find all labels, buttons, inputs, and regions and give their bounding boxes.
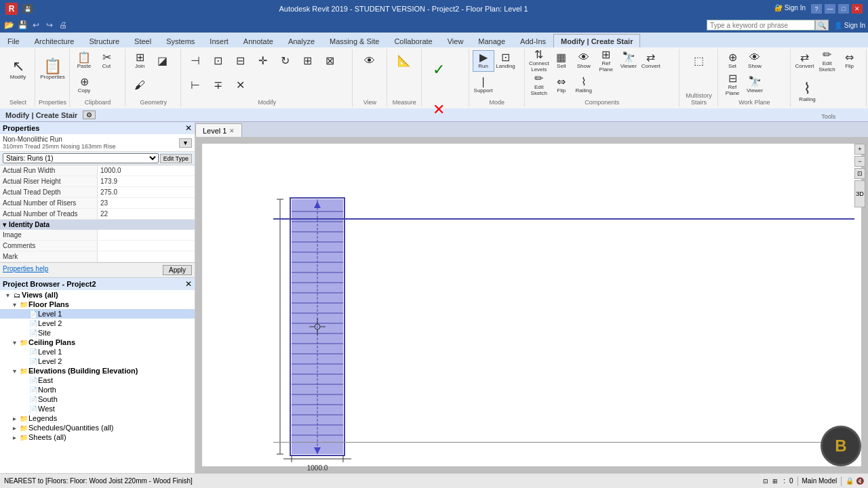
edit-sketch-btn[interactable]: ✏ Edit Sketch [528, 75, 550, 96]
ref-plane-btn[interactable]: ⊞ Ref Plane [595, 50, 617, 72]
tree-schedules[interactable]: ▸ 📁 Schedules/Quantities (all) [0, 423, 195, 432]
tab-structure[interactable]: Structure [81, 34, 127, 47]
landing-btn[interactable]: ⊡ Landing [495, 50, 517, 72]
cut-btn[interactable]: ✂Cut [96, 50, 117, 72]
flip-btn[interactable]: ⇔ Flip [551, 75, 572, 96]
support-btn[interactable]: | Support [473, 75, 494, 96]
zoom-out-btn[interactable]: − [854, 156, 865, 167]
show-btn[interactable]: 👁 Show [573, 50, 595, 72]
tab-close-icon[interactable]: ✕ [229, 127, 235, 134]
tree-sheets[interactable]: ▸ 📁 Sheets (all) [0, 432, 195, 442]
tree-level2[interactable]: 📄 Level 2 [0, 319, 195, 328]
tree-ceiling-plans[interactable]: ▾ 📁 Ceiling Plans [0, 338, 195, 347]
tab-addins[interactable]: Add-Ins [513, 34, 553, 47]
zoom-3d-btn[interactable]: 3D [854, 180, 865, 207]
edit-sketch-tools-btn[interactable]: ✏Edit Sketch [816, 50, 838, 72]
maximize-btn[interactable]: □ [838, 4, 849, 14]
connect-levels-btn[interactable]: ⇅ Connect Levels [528, 50, 550, 72]
prop-val-tread-depth[interactable]: 275.0 [98, 187, 195, 197]
move-btn[interactable]: ✛ [252, 50, 273, 72]
array-btn[interactable]: ⊞ [296, 50, 318, 72]
run-btn[interactable]: ▶ Run [473, 50, 494, 72]
tab-systems[interactable]: Systems [159, 34, 202, 47]
viewer-wp-btn[interactable]: 🔭Viewer [744, 75, 766, 96]
tree-ceiling-level2[interactable]: 📄 Level 2 [0, 357, 195, 366]
viewer-btn[interactable]: 🔭 Viewer [618, 50, 639, 72]
undo-btn[interactable]: ↩ [30, 19, 42, 31]
tree-floor-plans[interactable]: ▾ 📁 Floor Plans [0, 300, 195, 309]
prop-val-num-risers[interactable]: 23 [98, 198, 195, 208]
copy-btn[interactable]: ⊕Copy [73, 75, 95, 96]
paste-btn[interactable]: 📋Paste [73, 50, 95, 72]
status-icon-2[interactable]: ⊞ [771, 478, 779, 485]
search-btn[interactable]: 🔍 [815, 20, 829, 30]
project-browser-close-btn[interactable]: ✕ [185, 279, 192, 289]
properties-close-btn[interactable]: ✕ [185, 123, 192, 133]
tree-west[interactable]: 📄 West [0, 404, 195, 413]
offset-btn[interactable]: ⊡ [207, 50, 229, 72]
redo-btn[interactable]: ↪ [43, 19, 56, 31]
open-btn[interactable]: 📂 [3, 19, 15, 31]
properties-help-link[interactable]: Properties help [3, 265, 48, 275]
zoom-fit-btn[interactable]: ⊡ [854, 168, 865, 179]
tree-east[interactable]: 📄 East [0, 375, 195, 385]
minimize-btn[interactable]: — [825, 4, 835, 14]
tab-massing[interactable]: Massing & Site [322, 34, 387, 47]
prop-val-run-width[interactable]: 1000.0 [98, 165, 195, 176]
tab-annotate[interactable]: Annotate [236, 34, 281, 47]
join-btn[interactable]: ⊞Join [129, 50, 151, 72]
trim-btn[interactable]: ⊢ [184, 75, 206, 96]
tab-insert[interactable]: Insert [202, 34, 236, 47]
prop-val-riser-height[interactable]: 173.9 [98, 176, 195, 186]
print-btn[interactable]: 🖨 [57, 19, 69, 31]
properties-btn[interactable]: 📋 Properties [39, 50, 66, 89]
measure-btn[interactable]: 📐 [393, 50, 415, 72]
railing-btn[interactable]: ⌇ Railing [573, 75, 595, 96]
show-wp-btn[interactable]: 👁Show [744, 50, 766, 72]
tab-collaborate[interactable]: Collaborate [387, 34, 439, 47]
expand-sheets[interactable]: ▸ [9, 434, 19, 441]
prop-dropdown-btn[interactable]: ▼ [179, 138, 192, 148]
prop-val-mark[interactable] [98, 251, 195, 262]
cut-geo-btn[interactable]: ◪ [151, 50, 173, 72]
edit-type-btn[interactable]: Edit Type [160, 154, 192, 163]
stair-container[interactable]: 1000.0 13090 [277, 191, 412, 473]
prop-val-image[interactable] [98, 230, 195, 240]
tree-legends[interactable]: ▸ 📁 Legends [0, 413, 195, 423]
stairs-selector-dropdown[interactable]: Stairs: Runs (1) [3, 153, 159, 163]
flip-tools-btn[interactable]: ⇔Flip [839, 50, 861, 72]
tree-site[interactable]: 📄 Site [0, 328, 195, 338]
tab-manage[interactable]: Manage [471, 34, 513, 47]
expand-ceiling-plans[interactable]: ▾ [9, 339, 19, 346]
finish-edit-btn[interactable]: ✓ [425, 50, 452, 89]
tree-ceiling-level1[interactable]: 📄 Level 1 [0, 347, 195, 357]
status-icon-1[interactable]: ⊡ [762, 478, 770, 485]
tab-analyze[interactable]: Analyze [281, 34, 322, 47]
tab-architecture[interactable]: Architecture [27, 34, 82, 47]
convert-tools-btn[interactable]: ⇄Convert [794, 50, 816, 72]
expand-floor-plans[interactable]: ▾ [9, 301, 19, 308]
sell-btn[interactable]: ▦ Sell [551, 50, 572, 72]
tree-north[interactable]: 📄 North [0, 385, 195, 394]
modify-btn[interactable]: ↖ Modify [5, 50, 32, 89]
expand-legends[interactable]: ▸ [9, 415, 19, 422]
search-input[interactable] [707, 20, 815, 30]
align-btn[interactable]: ⊣ [184, 50, 206, 72]
apply-btn[interactable]: Apply [163, 265, 192, 275]
expand-elevations[interactable]: ▾ [9, 367, 19, 375]
set-btn[interactable]: ⊕Set [722, 50, 743, 72]
close-btn[interactable]: ✕ [852, 4, 863, 14]
expand-views[interactable]: ▾ [3, 291, 12, 299]
scale-btn[interactable]: ⊠ [319, 50, 340, 72]
drawing-canvas[interactable]: 1000.0 13090 B [195, 137, 868, 473]
save-icon[interactable]: 💾 [23, 4, 33, 14]
context-btn[interactable]: ⚙ [83, 110, 96, 119]
paint-btn[interactable]: 🖌 [129, 75, 151, 96]
tab-file[interactable]: File [0, 34, 27, 47]
prop-val-num-treads[interactable]: 22 [98, 209, 195, 219]
ms-btn[interactable]: ⬚ [688, 50, 709, 72]
tree-elevations[interactable]: ▾ 📁 Elevations (Building Elevation) [0, 366, 195, 375]
tree-views-all[interactable]: ▾ 🗂 Views (all) [0, 290, 195, 300]
split-btn[interactable]: ∓ [207, 75, 229, 96]
sign-in[interactable]: 🔐 Sign In [774, 4, 806, 14]
